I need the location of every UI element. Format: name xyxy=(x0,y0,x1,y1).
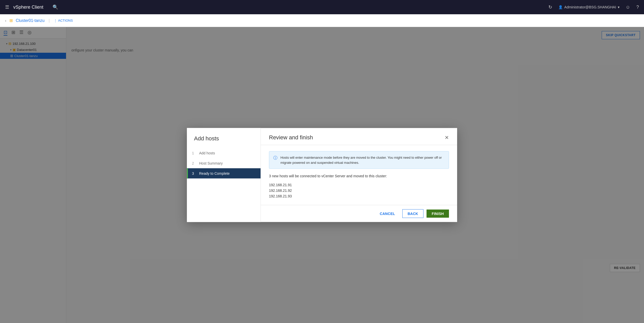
search-icon[interactable]: 🔍 xyxy=(53,4,58,10)
step-number-1: 1 xyxy=(192,151,196,155)
app-title: vSphere Client xyxy=(13,5,43,10)
actions-menu-button[interactable]: ⋮ ACTIONS xyxy=(54,19,73,22)
wizard-sidebar: Add hosts 1 Add hosts 2 Host Summary 3 R… xyxy=(187,128,261,222)
hosts-intro-text: 3 new hosts will be connected to vCenter… xyxy=(269,174,449,178)
user-menu[interactable]: 👤 Administrator@BSG.SHANGHAI ▾ xyxy=(558,5,619,9)
actions-dots-icon: ⋮ xyxy=(54,19,57,22)
step-number-2: 2 xyxy=(192,161,196,165)
wizard-body: ⓘ Hosts will enter maintenance mode befo… xyxy=(261,145,457,205)
wizard-footer: CANCEL BACK FINISH xyxy=(261,205,457,222)
wizard-step-1[interactable]: 1 Add hosts xyxy=(187,148,261,158)
back-button[interactable]: BACK xyxy=(402,209,424,218)
add-hosts-modal: Add hosts 1 Add hosts 2 Host Summary 3 R… xyxy=(187,128,457,222)
main-layout: ⊡ ⊞ ☰ ◎ ▾ ⊞ 192.168.21.100 ▾ ▣ Datacente… xyxy=(0,27,644,323)
active-step-indicator xyxy=(187,168,188,179)
cancel-button[interactable]: CANCEL xyxy=(376,210,399,218)
step-number-3: 3 xyxy=(192,171,196,176)
wizard-content: Review and finish ✕ ⓘ Hosts will enter m… xyxy=(261,128,457,222)
info-text: Hosts will enter maintenance mode before… xyxy=(280,155,445,165)
wizard-header: Review and finish ✕ xyxy=(261,128,457,145)
wizard-content-title: Review and finish xyxy=(269,134,313,141)
wizard-step-3[interactable]: 3 Ready to Complete xyxy=(187,168,261,179)
user-chevron-icon: ▾ xyxy=(618,5,620,9)
wizard-title: Add hosts xyxy=(187,135,261,148)
step-label-2: Host Summary xyxy=(199,161,223,165)
list-item: 192.168.21.92 xyxy=(269,188,449,193)
info-icon: ⓘ xyxy=(273,155,277,165)
second-bar: ‹ ⊞ Cluster01-tanzu | ⋮ ACTIONS xyxy=(0,14,644,27)
step-label-1: Add hosts xyxy=(199,151,215,155)
user-icon: 👤 xyxy=(558,5,563,9)
list-item: 192.168.21.91 xyxy=(269,182,449,188)
actions-label: ACTIONS xyxy=(58,19,73,22)
step-label-3: Ready to Complete xyxy=(199,171,230,176)
finish-button[interactable]: FINISH xyxy=(427,210,449,218)
help-icon[interactable]: ? xyxy=(636,5,639,10)
info-banner: ⓘ Hosts will enter maintenance mode befo… xyxy=(269,151,449,169)
list-item: 192.168.21.93 xyxy=(269,193,449,199)
wizard-steps: 1 Add hosts 2 Host Summary 3 Ready to Co… xyxy=(187,148,261,179)
cluster-icon: ⊞ xyxy=(9,18,13,23)
hamburger-icon[interactable]: ☰ xyxy=(5,4,9,10)
refresh-icon[interactable]: ↻ xyxy=(548,4,552,10)
top-nav: ☰ vSphere Client 🔍 ↻ 👤 Administrator@BSG… xyxy=(0,0,644,14)
user-label: Administrator@BSG.SHANGHAI xyxy=(564,5,616,9)
separator: | xyxy=(49,18,50,23)
nav-back-icon[interactable]: ‹ xyxy=(5,19,6,23)
wizard-step-2[interactable]: 2 Host Summary xyxy=(187,158,261,168)
smiley-icon[interactable]: ☺ xyxy=(626,5,630,10)
host-list: 192.168.21.91 192.168.21.92 192.168.21.9… xyxy=(269,182,449,199)
cluster-name[interactable]: Cluster01-tanzu xyxy=(16,18,45,23)
close-modal-icon[interactable]: ✕ xyxy=(445,134,449,141)
